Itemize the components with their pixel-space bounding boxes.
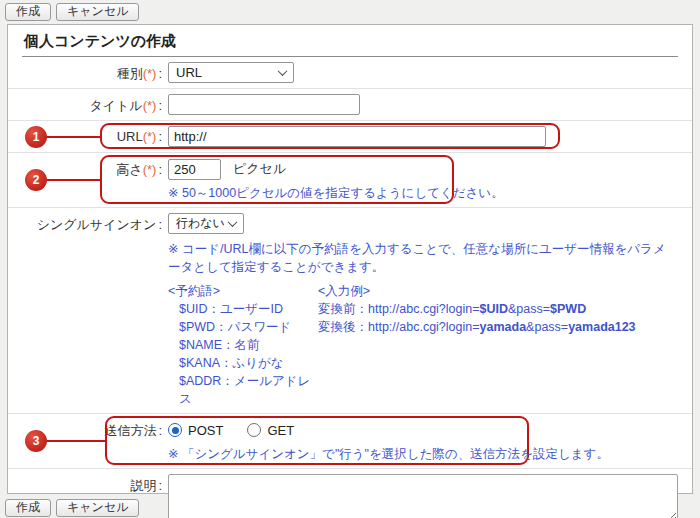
type-select[interactable]: URL [168,62,294,83]
sso-select-value: 行わない [176,215,225,232]
sso-help-block: ※ コード/URL欄に以下の予約語を入力することで、任意な場所にユーザー情報をパ… [168,240,678,408]
row-method: 3 送信方法: POST GET ※ 「シングルサインオン」で"行う"を選択した… [8,414,692,469]
row-height: 2 高さ(*): ピクセル ※ 50～1000ピクセルの値を指定するようにしてく… [8,153,692,208]
reserved-word: $UID：ユーザーID [168,300,318,318]
annotation-circle-2: 2 [25,169,47,191]
row-title: タイトル(*): [8,89,692,121]
required-mark: (*) [143,66,157,81]
radio-get[interactable] [247,423,261,437]
example-before: 変換前：http://abc.cgi?login=$UID&pass=$PWD [318,300,636,318]
reserved-word: $NAME：名前 [168,336,318,354]
reserved-word: $KANA：ふりがな [168,354,318,372]
example-after: 変換後：http://abc.cgi?login=yamada&pass=yam… [318,318,636,336]
required-mark: (*) [143,162,157,177]
radio-post[interactable] [168,423,182,437]
title-label: タイトル(*): [8,94,168,115]
row-type: 種別(*): URL [8,57,692,89]
height-input[interactable] [168,159,221,180]
description-textarea[interactable] [168,474,678,518]
radio-post-label: POST [188,423,223,438]
required-mark: (*) [143,129,157,144]
height-unit: ピクセル [233,160,286,178]
title-input[interactable] [168,94,360,115]
annotation-line-1 [46,136,102,138]
chevron-down-icon [228,217,238,227]
annotation-circle-3: 3 [25,430,47,452]
chevron-down-icon [278,66,288,76]
sso-label: シングルサインオン: [8,213,168,408]
description-label: 説明: [8,474,168,518]
url-input[interactable] [168,126,546,147]
reserved-words-header: <予約語> [168,282,318,300]
annotation-line-2 [46,179,102,181]
page-title: 個人コンテンツの作成 [22,25,678,57]
annotation-line-3 [46,440,107,442]
row-sso: シングルサインオン: 行わない ※ コード/URL欄に以下の予約語を入力すること… [8,208,692,414]
sso-note: ※ コード/URL欄に以下の予約語を入力することで、任意な場所にユーザー情報をパ… [168,240,678,276]
height-note: ※ 50～1000ピクセルの値を指定するようにしてください。 [168,184,678,202]
create-content-panel: 個人コンテンツの作成 種別(*): URL タイトル(*): 1 URL(*):… [7,24,693,494]
example-header: <入力例> [318,282,636,300]
create-button-top[interactable]: 作成 [5,3,51,21]
radio-get-label: GET [267,423,294,438]
top-toolbar: 作成 キャンセル [0,0,700,22]
reserved-words-table: <予約語> $UID：ユーザーID $PWD：パスワード $NAME：名前 $K… [168,282,678,408]
annotation-circle-1: 1 [25,126,47,148]
row-description: 説明: [8,469,692,518]
type-select-value: URL [176,65,202,80]
required-mark: (*) [143,98,157,113]
row-url: 1 URL(*): [8,121,692,153]
cancel-button-top[interactable]: キャンセル [56,3,139,21]
reserved-word: $PWD：パスワード [168,318,318,336]
sso-select[interactable]: 行わない [168,213,244,234]
method-note: ※ 「シングルサインオン」で"行う"を選択した際の、送信方法を設定します。 [168,445,678,463]
type-label: 種別(*): [8,62,168,83]
reserved-word: $ADDR：メールアドレス [168,372,318,408]
